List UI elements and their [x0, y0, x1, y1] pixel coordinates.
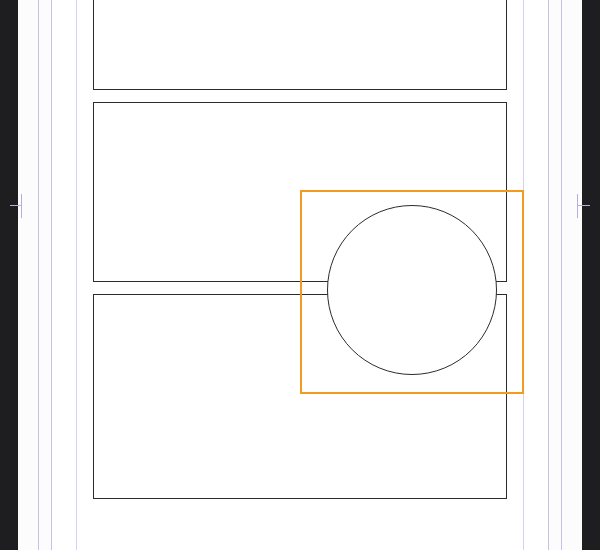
ellipse-frame[interactable]: [327, 205, 497, 375]
rect-frame-1[interactable]: [93, 0, 507, 90]
editor-viewport: [0, 0, 600, 550]
